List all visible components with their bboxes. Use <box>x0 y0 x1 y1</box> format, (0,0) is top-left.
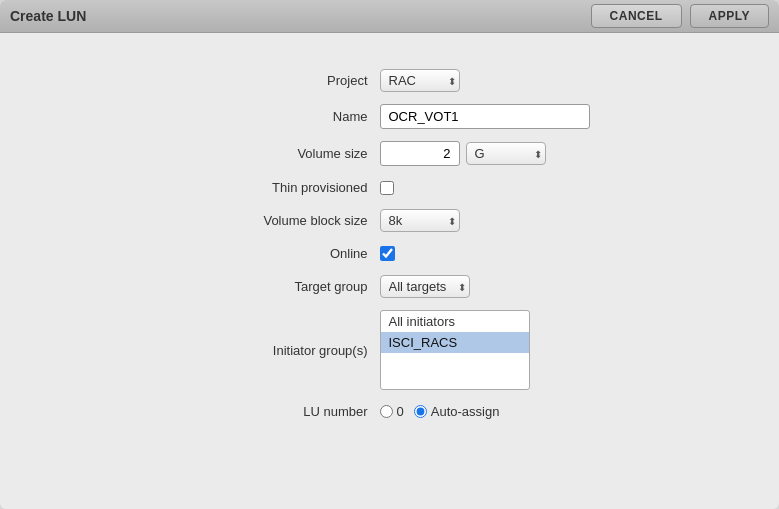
name-input[interactable] <box>380 104 590 129</box>
volume-size-unit-wrapper: K M G T <box>466 142 546 165</box>
volume-size-unit-select[interactable]: K M G T <box>466 142 546 165</box>
titlebar: Create LUN CANCEL APPLY <box>0 0 779 33</box>
project-label: Project <box>180 65 380 96</box>
target-group-select[interactable]: All targets Default None <box>380 275 470 298</box>
volume-size-input[interactable] <box>380 141 460 166</box>
volume-size-label: Volume size <box>180 138 380 169</box>
initiator-group-item-isci[interactable]: ISCI_RACS <box>381 332 529 353</box>
thin-provisioned-checkbox[interactable] <box>380 181 394 195</box>
lu-number-auto-text: Auto-assign <box>431 404 500 419</box>
volume-block-size-field: 512b 1k 2k 4k 8k 16k 32k 64k 128k <box>380 203 600 238</box>
name-label: Name <box>180 101 380 132</box>
form: Project RAC Name Volume size K <box>180 63 600 427</box>
apply-button[interactable]: APPLY <box>690 4 769 28</box>
volume-block-size-wrapper: 512b 1k 2k 4k 8k 16k 32k 64k 128k <box>380 209 460 232</box>
lu-number-label: LU number <box>180 396 380 427</box>
target-group-wrapper: All targets Default None <box>380 275 470 298</box>
volume-block-size-select[interactable]: 512b 1k 2k 4k 8k 16k 32k 64k 128k <box>380 209 460 232</box>
lu-number-auto-radio[interactable] <box>414 405 427 418</box>
lu-number-auto-label[interactable]: Auto-assign <box>414 404 500 419</box>
create-lun-dialog: Create LUN CANCEL APPLY Project RAC Name <box>0 0 779 509</box>
thin-provisioned-label: Thin provisioned <box>180 172 380 203</box>
lu-number-zero-text: 0 <box>397 404 404 419</box>
initiator-group-item-all[interactable]: All initiators <box>381 311 529 332</box>
project-select-wrapper: RAC <box>380 69 460 92</box>
online-label: Online <box>180 238 380 269</box>
target-group-label: Target group <box>180 271 380 302</box>
initiator-group-label: Initiator group(s) <box>180 335 380 366</box>
lu-number-zero-radio[interactable] <box>380 405 393 418</box>
dialog-title: Create LUN <box>10 8 86 24</box>
thin-provisioned-field <box>380 175 600 201</box>
project-field: RAC <box>380 63 600 98</box>
lu-number-zero-label[interactable]: 0 <box>380 404 404 419</box>
initiator-group-field: All initiators ISCI_RACS <box>380 304 600 396</box>
volume-block-size-label: Volume block size <box>180 205 380 236</box>
form-content: Project RAC Name Volume size K <box>0 33 779 509</box>
volume-size-field: K M G T <box>380 135 600 172</box>
name-field <box>380 98 600 135</box>
cancel-button[interactable]: CANCEL <box>591 4 682 28</box>
lu-number-radio-group: 0 Auto-assign <box>380 404 500 419</box>
initiator-group-listbox[interactable]: All initiators ISCI_RACS <box>380 310 530 390</box>
online-field <box>380 240 600 267</box>
project-select[interactable]: RAC <box>380 69 460 92</box>
header-buttons: CANCEL APPLY <box>591 4 769 28</box>
online-checkbox[interactable] <box>380 246 395 261</box>
target-group-field: All targets Default None <box>380 269 600 304</box>
lu-number-field: 0 Auto-assign <box>380 398 600 425</box>
